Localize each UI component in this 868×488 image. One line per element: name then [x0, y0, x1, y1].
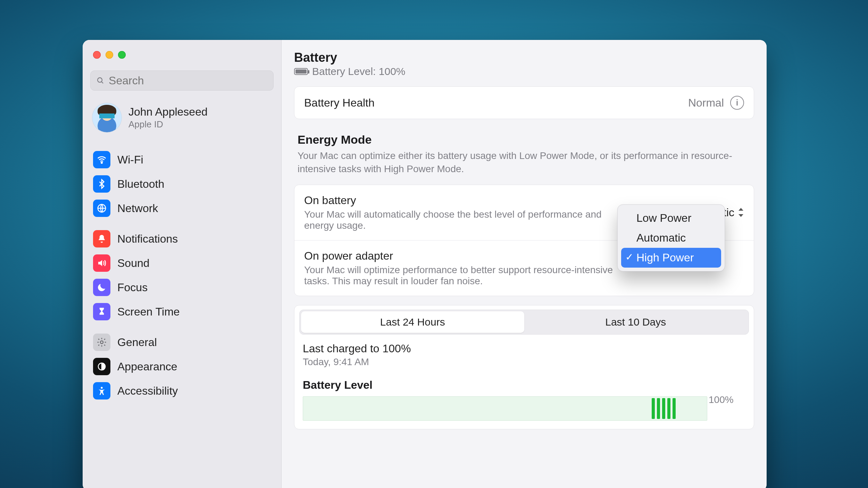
- svg-point-0: [98, 78, 102, 82]
- sidebar-item-label: General: [117, 336, 157, 349]
- energy-mode-title: Energy Mode: [298, 133, 751, 146]
- tab-last-10-days[interactable]: Last 10 Days: [524, 311, 748, 333]
- speaker-icon: [93, 254, 110, 272]
- svg-point-6: [101, 387, 103, 389]
- account-name: John Appleseed: [128, 106, 208, 118]
- accessibility-icon: [93, 382, 110, 399]
- minimize-window-button[interactable]: [106, 51, 113, 59]
- hourglass-icon: [93, 303, 110, 320]
- window-controls: [93, 51, 274, 59]
- info-icon[interactable]: i: [730, 96, 744, 110]
- sidebar-item-label: Appearance: [117, 360, 177, 373]
- main-pane: Battery Battery Level: 100% Battery Heal…: [282, 40, 767, 488]
- on-battery-desc: Your Mac will automatically choose the b…: [304, 209, 617, 231]
- sidebar-nav: Wi-Fi Bluetooth Network Notifications: [90, 141, 274, 403]
- page-header: Battery Battery Level: 100%: [294, 40, 754, 77]
- chart-y-label: 100%: [709, 394, 734, 405]
- usage-tabs: Last 24 Hours Last 10 Days: [299, 310, 749, 335]
- menu-item-automatic[interactable]: Automatic: [621, 228, 721, 248]
- sidebar-item-label: Notifications: [117, 233, 178, 245]
- appearance-icon: [93, 358, 110, 375]
- sidebar-item-notifications[interactable]: Notifications: [90, 227, 274, 251]
- energy-mode-desc: Your Mac can optimize either its battery…: [298, 149, 751, 176]
- zoom-window-button[interactable]: [118, 51, 126, 59]
- sidebar-item-screen-time[interactable]: Screen Time: [90, 300, 274, 324]
- bell-icon: [93, 230, 110, 247]
- close-window-button[interactable]: [93, 51, 101, 59]
- search-field[interactable]: [90, 70, 274, 91]
- sidebar-item-focus[interactable]: Focus: [90, 275, 274, 300]
- sidebar: John Appleseed Apple ID Wi-Fi Bluetooth …: [83, 40, 282, 488]
- gear-icon: [93, 334, 110, 351]
- tab-last-24-hours[interactable]: Last 24 Hours: [301, 311, 524, 333]
- sidebar-item-label: Focus: [117, 281, 148, 294]
- energy-mode-header: Energy Mode Your Mac can optimize either…: [294, 119, 754, 176]
- chart-bars: [652, 398, 676, 419]
- account-sub: Apple ID: [128, 119, 208, 130]
- sidebar-item-label: Screen Time: [117, 305, 180, 318]
- battery-level-chart-title: Battery Level: [303, 379, 745, 392]
- sidebar-item-label: Sound: [117, 257, 150, 270]
- search-input[interactable]: [109, 74, 268, 87]
- last-charged-time: Today, 9:41 AM: [303, 356, 745, 368]
- battery-level-label: Battery Level: 100%: [312, 66, 406, 77]
- last-charged-title: Last charged to 100%: [303, 342, 745, 355]
- sidebar-item-accessibility[interactable]: Accessibility: [90, 379, 274, 403]
- sidebar-item-label: Network: [117, 202, 158, 215]
- sidebar-item-sound[interactable]: Sound: [90, 251, 274, 275]
- battery-health-value: Normal: [688, 96, 724, 109]
- sidebar-item-general[interactable]: General: [90, 330, 274, 354]
- energy-mode-card: On battery Your Mac will automatically c…: [294, 185, 754, 296]
- on-adapter-desc: Your Mac will optimize performance to be…: [304, 264, 617, 287]
- svg-point-2: [101, 162, 102, 163]
- battery-health-card: Battery Health Normal i: [294, 86, 754, 119]
- settings-window: John Appleseed Apple ID Wi-Fi Bluetooth …: [83, 40, 767, 488]
- battery-health-row[interactable]: Battery Health Normal i: [294, 87, 754, 119]
- battery-health-label: Battery Health: [304, 96, 375, 109]
- chevrons-icon: [738, 208, 744, 217]
- usage-card: Last 24 Hours Last 10 Days Last charged …: [294, 305, 754, 429]
- search-icon: [96, 76, 105, 85]
- account-row[interactable]: John Appleseed Apple ID: [90, 100, 274, 141]
- page-title: Battery: [294, 50, 754, 65]
- menu-item-low-power[interactable]: Low Power: [621, 208, 721, 228]
- sidebar-item-network[interactable]: Network: [90, 196, 274, 220]
- globe-icon: [93, 200, 110, 217]
- on-battery-label: On battery: [304, 194, 617, 207]
- on-adapter-label: On power adapter: [304, 250, 617, 262]
- bluetooth-icon: [93, 175, 110, 193]
- battery-level-chart: [303, 396, 707, 421]
- moon-icon: [93, 279, 110, 296]
- avatar: [92, 103, 122, 132]
- sidebar-item-label: Wi-Fi: [117, 153, 143, 166]
- svg-line-1: [101, 82, 103, 83]
- svg-point-4: [100, 341, 103, 344]
- wifi-icon: [93, 151, 110, 168]
- sidebar-item-bluetooth[interactable]: Bluetooth: [90, 172, 274, 196]
- sidebar-item-appearance[interactable]: Appearance: [90, 354, 274, 379]
- last-charged: Last charged to 100% Today, 9:41 AM: [299, 335, 749, 368]
- menu-item-high-power[interactable]: High Power: [621, 248, 721, 268]
- sidebar-item-label: Bluetooth: [117, 178, 164, 191]
- energy-mode-menu[interactable]: Low Power Automatic High Power: [617, 204, 725, 271]
- sidebar-item-wifi[interactable]: Wi-Fi: [90, 148, 274, 172]
- battery-level-chart-block: Battery Level 100%: [299, 368, 749, 421]
- sidebar-item-label: Accessibility: [117, 385, 178, 397]
- battery-icon: [294, 68, 308, 75]
